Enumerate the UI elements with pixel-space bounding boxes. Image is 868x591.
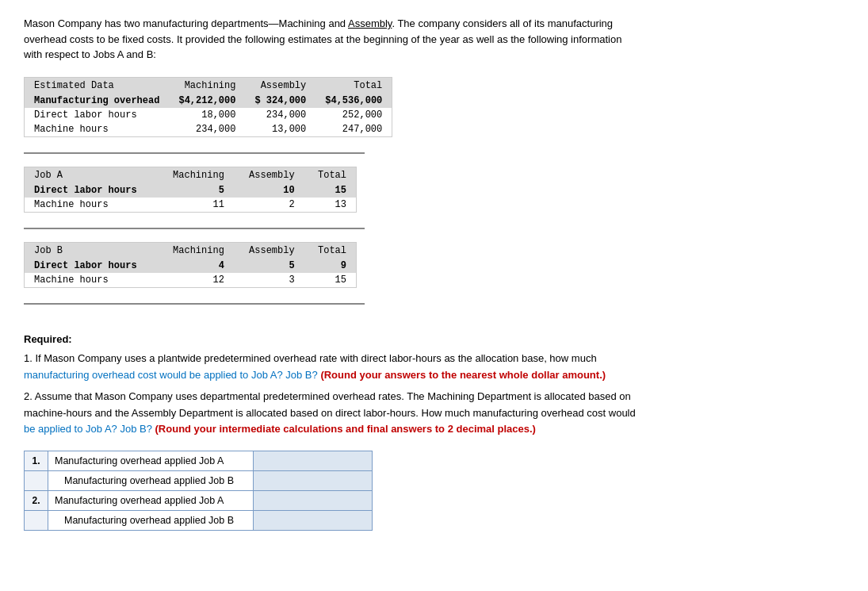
row-label: Machine hours bbox=[25, 122, 169, 136]
estimated-data-section: Estimated Data Machining Assembly Total … bbox=[24, 77, 844, 162]
question-num-2: 2. bbox=[25, 491, 48, 511]
col-header-label: Job B bbox=[25, 243, 157, 259]
col-header-assembly: Assembly bbox=[245, 78, 315, 94]
job-b-section: Job B Machining Assembly Total Direct la… bbox=[24, 242, 844, 313]
col-header-label: Job A bbox=[25, 167, 157, 183]
col-header-total: Total bbox=[304, 167, 356, 183]
required-section: Required: 1. If Mason Company uses a pla… bbox=[24, 332, 844, 439]
row-machining: 12 bbox=[157, 273, 234, 287]
answer-section: 1. Manufacturing overhead applied Job A … bbox=[24, 451, 844, 531]
job-b-table: Job B Machining Assembly Total Direct la… bbox=[25, 243, 356, 287]
table-row: Direct labor hours 18,000 234,000 252,00… bbox=[25, 108, 392, 122]
col-header-machining: Machining bbox=[157, 243, 234, 259]
col-header-total: Total bbox=[315, 78, 392, 94]
answer-row-2b: Manufacturing overhead applied Job B bbox=[25, 511, 373, 531]
row-assembly: 234,000 bbox=[245, 108, 315, 122]
answer-input-1a[interactable] bbox=[254, 451, 373, 471]
row-total: 15 bbox=[304, 183, 356, 198]
row-total: 252,000 bbox=[315, 108, 392, 122]
row-assembly: 3 bbox=[234, 273, 304, 287]
question-num-1: 1. bbox=[25, 451, 48, 471]
job-a-table: Job A Machining Assembly Total Direct la… bbox=[25, 167, 356, 212]
row-machining: 11 bbox=[157, 198, 234, 212]
row-label: Machine hours bbox=[25, 198, 157, 212]
row-label: Direct labor hours bbox=[25, 183, 157, 198]
row-assembly: 10 bbox=[234, 183, 304, 198]
answer-table: 1. Manufacturing overhead applied Job A … bbox=[24, 451, 373, 531]
question-num-1b bbox=[25, 471, 48, 491]
table-row: Manufacturing overhead $4,212,000 $ 324,… bbox=[25, 94, 392, 108]
intro-paragraph: Mason Company has two manufacturing depa… bbox=[24, 16, 844, 63]
question-1: 1. If Mason Company uses a plantwide pre… bbox=[24, 351, 844, 384]
col-header-total: Total bbox=[304, 243, 356, 259]
row-assembly: $ 324,000 bbox=[245, 94, 315, 108]
row-machining: 4 bbox=[157, 259, 234, 273]
col-header-assembly: Assembly bbox=[234, 167, 304, 183]
col-header-label: Estimated Data bbox=[25, 78, 169, 94]
row-label: Machine hours bbox=[25, 273, 157, 287]
estimated-data-table: Estimated Data Machining Assembly Total … bbox=[25, 78, 392, 136]
row-machining: 234,000 bbox=[169, 122, 245, 136]
answer-label-2b: Manufacturing overhead applied Job B bbox=[48, 511, 253, 531]
row-label: Manufacturing overhead bbox=[25, 94, 169, 108]
answer-input-1b[interactable] bbox=[254, 471, 373, 491]
job-a-section: Job A Machining Assembly Total Direct la… bbox=[24, 167, 844, 237]
row-machining: 5 bbox=[157, 183, 234, 198]
answer-label-2a: Manufacturing overhead applied Job A bbox=[48, 491, 253, 511]
row-total: 15 bbox=[304, 273, 356, 287]
question-num-2b bbox=[25, 511, 48, 531]
answer-label-1b: Manufacturing overhead applied Job B bbox=[48, 471, 253, 491]
answer-row-1b: Manufacturing overhead applied Job B bbox=[25, 471, 373, 491]
row-total: $4,536,000 bbox=[315, 94, 392, 108]
table-row: Machine hours 234,000 13,000 247,000 bbox=[25, 122, 392, 136]
row-machining: $4,212,000 bbox=[169, 94, 245, 108]
table-row: Direct labor hours 5 10 15 bbox=[25, 183, 356, 198]
row-label: Direct labor hours bbox=[25, 259, 157, 273]
row-label: Direct labor hours bbox=[25, 108, 169, 122]
answer-label-1a: Manufacturing overhead applied Job A bbox=[48, 451, 253, 471]
answer-row-2a: 2. Manufacturing overhead applied Job A bbox=[25, 491, 373, 511]
answer-field-1a[interactable] bbox=[260, 455, 365, 466]
row-total: 13 bbox=[304, 198, 356, 212]
answer-field-2b[interactable] bbox=[260, 515, 365, 526]
col-header-machining: Machining bbox=[169, 78, 245, 94]
answer-input-2a[interactable] bbox=[254, 491, 373, 511]
col-header-assembly: Assembly bbox=[234, 243, 304, 259]
row-assembly: 5 bbox=[234, 259, 304, 273]
answer-input-2b[interactable] bbox=[254, 511, 373, 531]
required-title: Required: bbox=[24, 332, 844, 348]
question-2: 2. Assume that Mason Company uses depart… bbox=[24, 389, 844, 438]
col-header-machining: Machining bbox=[157, 167, 234, 183]
answer-field-1b[interactable] bbox=[260, 475, 365, 486]
row-total: 247,000 bbox=[315, 122, 392, 136]
answer-row-1a: 1. Manufacturing overhead applied Job A bbox=[25, 451, 373, 471]
row-assembly: 13,000 bbox=[245, 122, 315, 136]
row-machining: 18,000 bbox=[169, 108, 245, 122]
table-row: Direct labor hours 4 5 9 bbox=[25, 259, 356, 273]
answer-field-2a[interactable] bbox=[260, 495, 365, 506]
table-row: Machine hours 11 2 13 bbox=[25, 198, 356, 212]
row-assembly: 2 bbox=[234, 198, 304, 212]
table-row: Machine hours 12 3 15 bbox=[25, 273, 356, 287]
row-total: 9 bbox=[304, 259, 356, 273]
